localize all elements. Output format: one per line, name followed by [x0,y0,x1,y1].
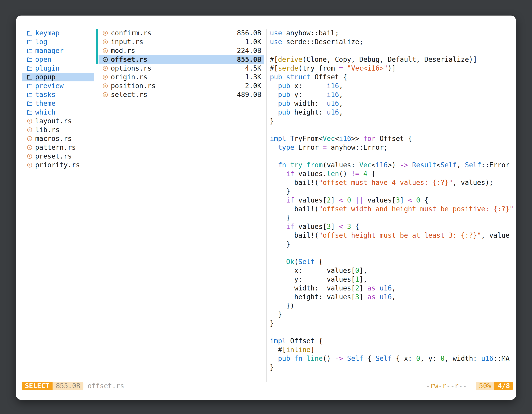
file-row[interactable]: Rmacros.rs [22,134,94,143]
status-bar-left: SELECT 855.0B offset.rs [22,382,124,390]
preview-pane: use anyhow::bail;use serde::Deserialize;… [267,29,516,382]
code-line: } [270,240,516,249]
folder-row[interactable]: popup [22,73,94,81]
folder-row[interactable]: preview [22,81,94,90]
status-filename: offset.rs [87,382,124,390]
entry-size: 1.0K [245,38,261,46]
code-line: if values[3] < 3 { [270,222,516,231]
code-line [270,46,516,55]
file-manager-window: keymaplogmanageropenpluginpopuppreviewta… [16,16,516,400]
folder-row[interactable]: open [22,55,94,64]
file-row[interactable]: Rpreset.rs [22,152,94,161]
entry-name: options.rs [111,64,152,72]
file-row[interactable]: Rmod.rs224.0B [99,46,264,55]
file-row[interactable]: Rpattern.rs [22,143,94,152]
code-line: }) [270,301,516,310]
file-preview-code: use anyhow::bail;use serde::Deserialize;… [270,29,516,372]
rust-file-icon: R [102,48,108,54]
svg-text:R: R [104,31,106,35]
file-row[interactable]: Roffset.rs855.0B [99,55,264,64]
code-line: Ok(Self { [270,257,516,266]
svg-text:R: R [104,67,106,70]
svg-text:R: R [29,137,30,140]
folder-row[interactable]: tasks [22,90,94,99]
entry-name: tasks [35,91,55,99]
rust-file-icon: R [27,127,33,133]
entry-size: 1.3K [245,73,261,81]
folder-icon [27,74,33,80]
entry-size: 4.5K [245,64,261,72]
svg-text:R: R [29,128,30,131]
entry-name: macros.rs [35,135,72,143]
file-row[interactable]: Rposition.rs2.0K [99,81,264,90]
folder-row[interactable]: manager [22,46,94,55]
scrollbar-indicator[interactable] [96,29,98,64]
entry-name: which [35,108,55,116]
rust-file-icon: R [102,83,108,89]
entry-name: popup [35,73,55,81]
code-line: pub height: u16, [270,108,516,116]
code-line: pub fn line() -> Self { Self { x: 0, y: … [270,354,516,363]
svg-text:R: R [104,58,106,61]
folder-row[interactable]: log [22,38,94,46]
file-row[interactable]: Rinput.rs1.0K [99,38,264,46]
folder-row[interactable]: keymap [22,29,94,38]
entry-name: plugin [35,64,59,72]
folder-icon [27,57,33,63]
code-line: fn try_from(values: Vec<i16>) -> Result<… [270,161,516,169]
status-bar: SELECT 855.0B offset.rs -rw-r--r-- 50% 4… [22,382,513,390]
code-line [270,328,516,337]
parent-pane-list: keymaplogmanageropenpluginpopuppreviewta… [16,29,96,169]
current-directory-pane: Rconfirm.rs856.0BRinput.rs1.0KRmod.rs224… [96,29,267,382]
file-row[interactable]: Rlib.rs [22,125,94,134]
folder-row[interactable]: plugin [22,64,94,73]
code-line: if values[2] < 0 || values[3] < 0 { [270,196,516,204]
file-row[interactable]: Rconfirm.rs856.0B [99,29,264,38]
file-row[interactable]: Rlayout.rs [22,116,94,125]
panes-container: keymaplogmanageropenpluginpopuppreviewta… [16,16,516,382]
code-line: use anyhow::bail; [270,29,516,38]
entry-name: priority.rs [35,161,80,169]
code-line: } [270,319,516,328]
code-line: #[serde(try_from = "Vec<i16>")] [270,64,516,73]
svg-text:R: R [104,49,106,52]
folder-icon [27,39,33,45]
entry-name: layout.rs [35,117,72,125]
rust-file-icon: R [27,153,33,159]
file-row[interactable]: Rorigin.rs1.3K [99,73,264,81]
svg-text:R: R [29,146,30,149]
rust-file-icon: R [102,57,108,63]
rust-file-icon: R [27,144,33,151]
cursor-position-badge: 4/8 [494,382,513,390]
folder-row[interactable]: which [22,108,94,116]
svg-text:R: R [29,119,30,123]
code-line: type Error = anyhow::Error; [270,143,516,152]
rust-file-icon: R [102,39,108,45]
code-line: impl TryFrom<Vec<i16>> for Offset { [270,134,516,143]
entry-name: confirm.rs [111,29,152,37]
entry-name: position.rs [111,82,156,90]
code-line: pub struct Offset { [270,73,516,81]
code-line: y: values[1], [270,275,516,284]
folder-row[interactable]: theme [22,99,94,108]
code-line: bail!("offset must have 4 values: {:?}",… [270,178,516,187]
file-row[interactable]: Roptions.rs4.5K [99,64,264,73]
code-line: } [270,213,516,222]
entry-name: mod.rs [111,47,135,55]
code-line: pub x: i16, [270,81,516,90]
code-line: bail!("offset width and height must be p… [270,204,516,213]
rust-file-icon: R [27,136,33,142]
code-line: pub y: i16, [270,90,516,99]
file-row[interactable]: Rpriority.rs [22,161,94,169]
svg-text:R: R [29,155,30,158]
svg-text:R: R [104,84,106,87]
entry-name: offset.rs [111,55,147,63]
entry-size: 855.0B [237,55,261,63]
file-row[interactable]: Rselect.rs489.0B [99,90,264,99]
entry-name: select.rs [111,91,147,99]
current-pane-list: Rconfirm.rs856.0BRinput.rs1.0KRmod.rs224… [96,29,266,99]
entry-size: 489.0B [237,91,261,99]
code-line: #[inline] [270,345,516,354]
mode-badge: SELECT [22,382,53,390]
entry-size: 224.0B [237,47,261,55]
